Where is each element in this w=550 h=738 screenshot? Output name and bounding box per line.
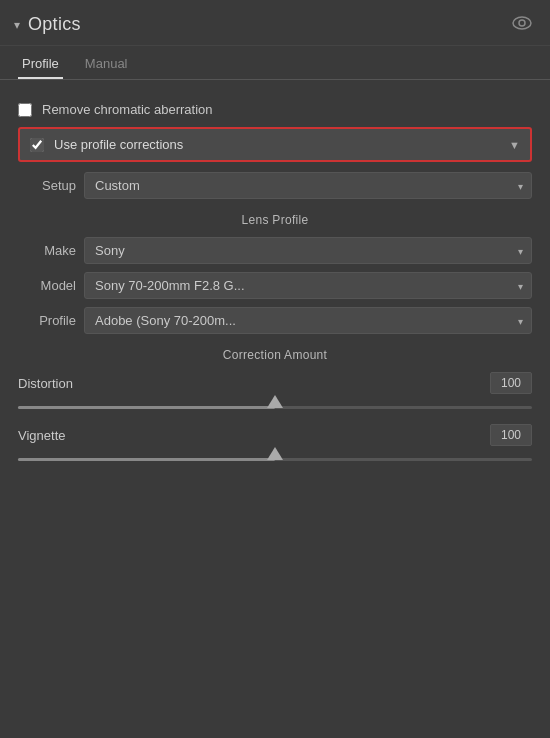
chromatic-section: Remove chromatic aberration Use profile … <box>0 80 550 199</box>
make-label: Make <box>18 243 76 258</box>
chromatic-label: Remove chromatic aberration <box>42 102 213 117</box>
profile-select-wrapper: Adobe (Sony 70-200m... ▾ <box>84 307 532 334</box>
vignette-slider-container[interactable] <box>18 450 532 468</box>
panel-title: Optics <box>28 14 81 35</box>
distortion-slider-track <box>18 406 532 409</box>
profile-corrections-label: Use profile corrections <box>54 137 499 152</box>
model-select-wrapper: Sony 70-200mm F2.8 G... ▾ <box>84 272 532 299</box>
setup-label: Setup <box>18 178 76 193</box>
vignette-label: Vignette <box>18 428 65 443</box>
make-select-wrapper: Sony Canon Nikon Sigma ▾ <box>84 237 532 264</box>
tab-manual[interactable]: Manual <box>81 48 132 79</box>
vignette-value[interactable] <box>490 424 532 446</box>
distortion-label-row: Distortion <box>18 372 532 394</box>
lens-profile-row: Profile Adobe (Sony 70-200m... ▾ <box>18 307 532 334</box>
distortion-row: Distortion <box>18 372 532 416</box>
vignette-slider-thumb[interactable] <box>267 447 283 460</box>
setup-row: Setup Custom Default Auto ▾ <box>18 172 532 199</box>
visibility-icon[interactable] <box>512 16 532 34</box>
svg-point-0 <box>513 17 531 29</box>
optics-panel: ▾ Optics Profile Manual Remove chromatic… <box>0 0 550 738</box>
distortion-slider-fill <box>18 406 275 409</box>
distortion-value[interactable] <box>490 372 532 394</box>
profile-corrections-checkbox[interactable] <box>30 138 44 152</box>
profile-select[interactable]: Adobe (Sony 70-200m... <box>84 307 532 334</box>
model-label: Model <box>18 278 76 293</box>
correction-amount-heading: Correction Amount <box>18 348 532 362</box>
lens-profile-label: Profile <box>18 313 76 328</box>
make-row: Make Sony Canon Nikon Sigma ▾ <box>18 237 532 264</box>
correction-amount-section: Correction Amount Distortion Vignette <box>0 348 550 468</box>
collapse-icon[interactable]: ▾ <box>14 18 20 32</box>
setup-select-wrapper: Custom Default Auto ▾ <box>84 172 532 199</box>
distortion-slider-thumb[interactable] <box>267 395 283 408</box>
tab-profile[interactable]: Profile <box>18 48 63 79</box>
tabs-bar: Profile Manual <box>0 48 550 80</box>
vignette-slider-track <box>18 458 532 461</box>
lens-profile-heading: Lens Profile <box>18 213 532 227</box>
lens-profile-section: Lens Profile Make Sony Canon Nikon Sigma… <box>0 213 550 334</box>
model-select[interactable]: Sony 70-200mm F2.8 G... <box>84 272 532 299</box>
vignette-row: Vignette <box>18 424 532 468</box>
model-row: Model Sony 70-200mm F2.8 G... ▾ <box>18 272 532 299</box>
vignette-slider-fill <box>18 458 275 461</box>
setup-select[interactable]: Custom Default Auto <box>84 172 532 199</box>
chromatic-row: Remove chromatic aberration <box>18 94 532 125</box>
header-left: ▾ Optics <box>14 14 81 35</box>
distortion-label: Distortion <box>18 376 73 391</box>
distortion-slider-container[interactable] <box>18 398 532 416</box>
chromatic-checkbox[interactable] <box>18 103 32 117</box>
profile-corrections-arrow: ▼ <box>509 139 520 151</box>
panel-header: ▾ Optics <box>0 0 550 46</box>
profile-corrections-row[interactable]: Use profile corrections ▼ <box>18 127 532 162</box>
svg-point-1 <box>519 20 525 26</box>
make-select[interactable]: Sony Canon Nikon Sigma <box>84 237 532 264</box>
vignette-label-row: Vignette <box>18 424 532 446</box>
